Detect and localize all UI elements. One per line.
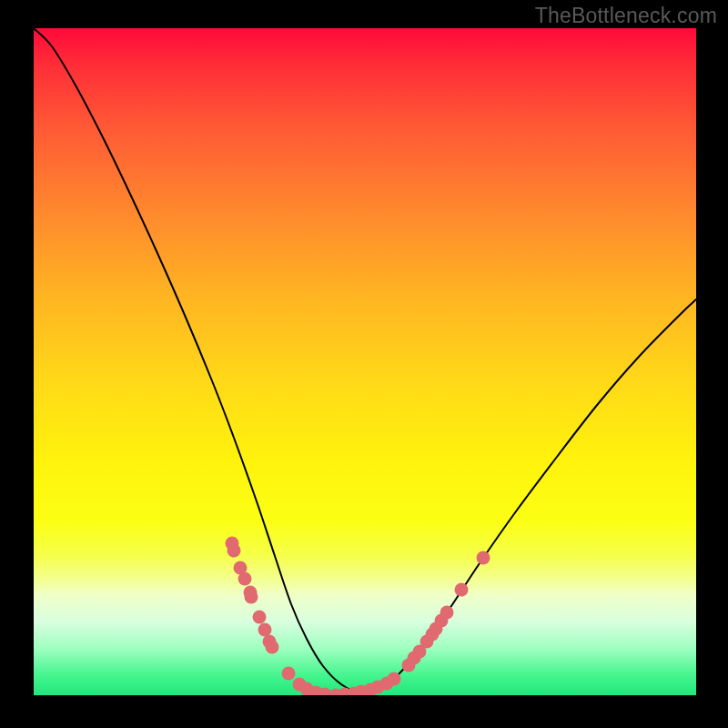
- chart-svg: [34, 28, 696, 695]
- data-marker: [388, 672, 401, 686]
- chart-plot-area: [34, 28, 696, 695]
- data-marker: [440, 606, 454, 620]
- watermark-text: TheBottleneck.com: [535, 4, 717, 28]
- data-marker: [238, 572, 252, 586]
- data-marker: [477, 551, 490, 565]
- data-marker: [455, 583, 469, 597]
- chart-frame: TheBottleneck.com: [0, 0, 728, 728]
- bottleneck-curve: [34, 28, 696, 694]
- marker-group: [226, 537, 490, 696]
- data-marker: [282, 667, 296, 681]
- data-marker: [258, 623, 272, 637]
- data-marker: [253, 611, 267, 624]
- data-marker: [228, 544, 241, 558]
- data-marker: [245, 591, 258, 604]
- data-marker: [266, 641, 279, 654]
